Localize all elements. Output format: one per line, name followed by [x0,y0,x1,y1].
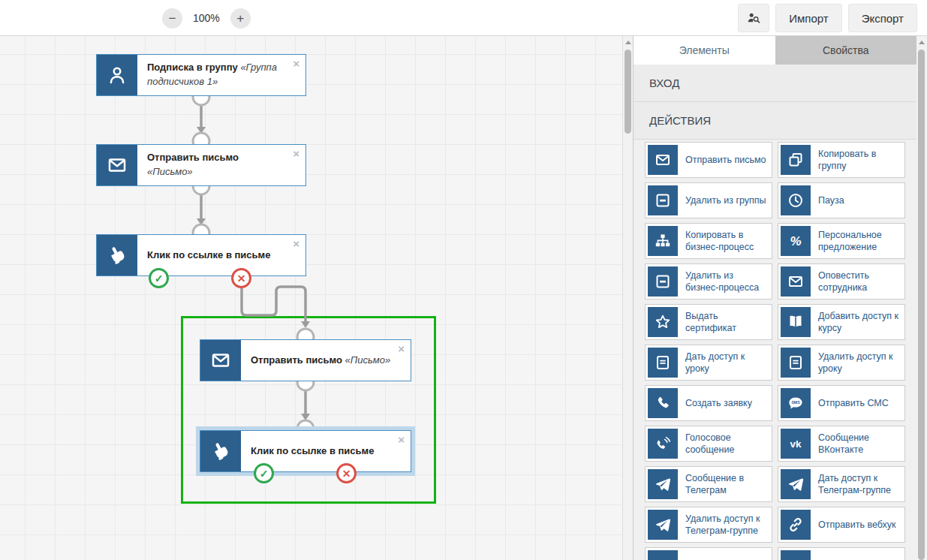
export-button[interactable]: Экспорт [848,4,917,32]
zoom-out-button[interactable]: − [162,8,182,29]
success-port[interactable]: ✓ [254,463,274,483]
palette-item[interactable]: Добавить доступ к курсу [778,304,905,340]
palette-item-label: Удалить доступ к уроку [818,351,902,375]
tab-elements[interactable]: Элементы [634,36,775,65]
telegram-icon [648,469,678,499]
palette-item[interactable] [778,547,905,560]
telegram-icon [781,469,811,499]
tab-properties[interactable]: Свойства [775,36,917,65]
unknown-icon [781,550,811,560]
palette-item[interactable]: Копировать в бизнес-процесс [645,223,772,259]
star-icon [648,307,678,337]
node-subscribe-group[interactable]: Подписка в группу «Группа подписчиков 1»… [96,54,306,96]
failure-port[interactable]: ✕ [336,463,357,483]
palette-item-label: Удалить из группы [685,194,768,206]
envelope-icon [648,145,678,175]
envelope-icon [200,340,241,381]
section-entry[interactable]: ВХОД [634,65,916,102]
palette-item-label: Копировать в бизнес-процесс [685,229,769,254]
unknown-icon [648,550,678,560]
scroll-up-arrow[interactable] [919,41,925,44]
sms-icon [781,388,811,418]
envelope-icon [781,266,811,297]
node-title: Подписка в группу «Группа подписчиков 1» [137,58,305,92]
palette-item[interactable] [645,547,772,560]
palette-item-label: Отправить СМС [818,397,890,409]
zoom-controls: − 100% + [162,0,251,36]
node-send-email-1[interactable]: Отправить письмо «Письмо» × [96,144,306,186]
scrollbar-thumb[interactable] [625,50,631,134]
palette-item[interactable]: Оповестить сотрудника [778,263,905,300]
copy-icon [781,145,811,175]
node-title: Отправить письмо «Письмо» [137,148,305,182]
telegram-icon [648,510,678,540]
failure-port[interactable]: ✕ [231,268,251,288]
canvas-scrollbar[interactable] [622,36,633,560]
palette-item[interactable]: Удалить доступ к уроку [778,345,905,381]
palette-item-label: Голосовое сообщение [685,432,769,456]
success-port[interactable]: ✓ [149,268,169,288]
hand-click-icon [97,235,137,275]
close-icon[interactable]: × [293,58,299,69]
palette-item[interactable]: Создать заявку [645,385,772,421]
toolbar-actions: Импорт Экспорт [738,4,917,32]
flow-canvas[interactable]: Подписка в группу «Группа подписчиков 1»… [0,36,633,560]
zoom-level: 100% [193,12,220,24]
palette-item-label: Копировать в группу [818,148,902,173]
zoom-in-button[interactable]: + [230,8,251,29]
palette-item[interactable]: Отправить СМС [778,385,905,421]
node-send-email-2[interactable]: Отправить письмо «Письмо» × [200,339,411,381]
palette-item-label: Пауза [818,194,846,206]
percent-icon [781,226,811,256]
palette-item-label: Отправить вебхук [818,519,897,531]
node-title: Отправить письмо «Письмо» [241,351,411,371]
book-open-icon [781,307,811,337]
sidebar-tabs: Элементы Свойства [634,36,916,65]
palette-item-label: Добавить доступ к курсу [818,310,902,335]
close-icon[interactable]: × [398,343,405,354]
close-icon[interactable]: × [293,238,299,249]
flow-builder-app: − 100% + Импорт Экспорт [0,0,927,560]
palette-item[interactable]: Удалить из бизнес-процесса [645,263,772,300]
voice-call-icon [648,429,678,459]
palette-item[interactable]: Сообщение ВКонтакте [778,426,905,462]
node-link-click-2[interactable]: Клик по ссылке в письме × [200,430,411,472]
palette-item-label: Удалить доступ к Телеграм-группе [685,513,769,537]
node-title: Клик по ссылке в письме [241,441,411,462]
node-link-click-1[interactable]: Клик по ссылке в письме × [96,234,306,276]
palette-item[interactable]: Дать доступ к уроку [645,345,772,381]
palette-item[interactable]: Пауза [778,182,905,218]
clock-icon [781,185,811,215]
palette-item[interactable]: Отправить письмо [645,142,772,178]
import-button[interactable]: Импорт [775,4,841,32]
palette-item[interactable]: Сообщение в Телеграм [645,466,772,502]
palette-item-label: Оповестить сотрудника [818,269,902,294]
toolbar: − 100% + Импорт Экспорт [0,0,927,36]
palette-item-label: Дать доступ к Телеграм-группе [818,472,902,497]
close-icon[interactable]: × [398,434,405,445]
palette-item[interactable]: Дать доступ к Телеграм-группе [778,466,905,502]
palette-item-label: Выдать сертификат [685,310,769,335]
sidebar-scrollbar[interactable] [916,36,927,560]
actions-palette: Отправить письмо Копировать в группу Уда… [634,140,916,560]
section-actions[interactable]: ДЕЙСТВИЯ [634,102,916,140]
close-icon[interactable]: × [293,148,299,159]
phone-icon [648,388,678,418]
palette-item-label: Создать заявку [685,397,754,409]
scrollbar-thumb[interactable] [918,50,925,560]
link-icon [781,510,811,540]
person-icon [97,55,137,95]
palette-item[interactable]: Отправить вебхук [778,507,905,543]
scroll-up-arrow[interactable] [625,41,631,44]
palette-item[interactable]: Голосовое сообщение [645,426,772,462]
palette-item[interactable]: Удалить доступ к Телеграм-группе [645,507,772,543]
palette-item-label: Персональное предложение [818,229,902,254]
palette-item[interactable]: Выдать сертификат [645,304,772,340]
hand-click-icon [200,431,241,471]
vk-icon [781,429,811,459]
palette-item-label: Сообщение в Телеграм [685,472,769,497]
find-contact-button[interactable] [738,4,769,32]
palette-item[interactable]: Удалить из группы [645,182,772,218]
palette-item[interactable]: Персональное предложение [778,223,905,259]
palette-item[interactable]: Копировать в группу [778,142,905,178]
